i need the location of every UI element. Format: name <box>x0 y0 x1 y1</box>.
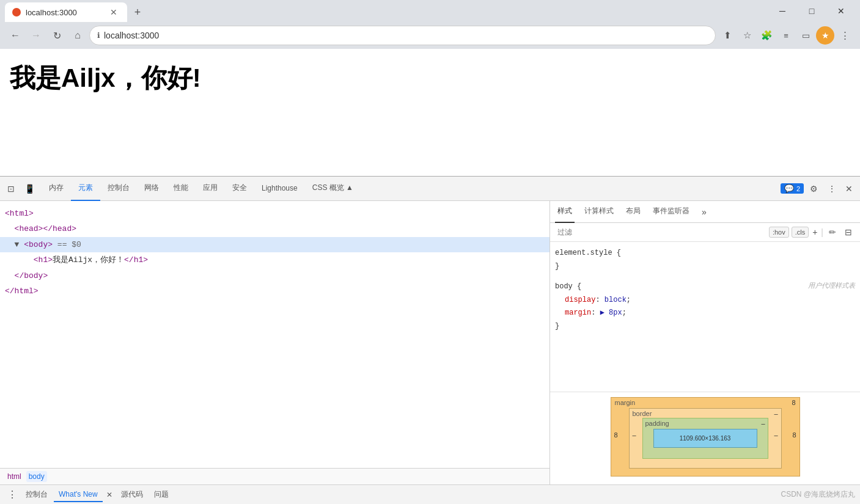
refresh-button[interactable]: ↻ <box>48 26 66 45</box>
breadcrumb-html[interactable]: html <box>5 471 24 482</box>
bottom-tab-whatsnew[interactable]: What's New <box>54 488 103 502</box>
style-selector-body: body { 用户代理样式表 <box>555 280 855 294</box>
filter-edit-icon[interactable]: ✏ <box>826 225 839 239</box>
devtools-body: <html> <head></head> ▼ <body> == $0 <h1>… <box>0 201 860 484</box>
box-content-val: 1109.600×136.163 <box>680 435 731 442</box>
active-tab[interactable]: localhost:3000 ✕ <box>5 2 127 22</box>
profile-icon[interactable]: ★ <box>816 26 834 45</box>
toolbar-icons: ⬆ ☆ 🧩 ≡ ▭ ★ ⋮ <box>718 26 854 45</box>
styles-tab-event[interactable]: 事件监听器 <box>650 201 692 223</box>
devtools-tab-icon-inspect[interactable]: ⊡ <box>2 180 20 197</box>
tab-title: localhost:3000 <box>26 8 103 17</box>
box-margin-label: margin <box>615 399 636 406</box>
tab-elements[interactable]: 元素 <box>71 177 100 201</box>
sidebar-icon[interactable]: ▭ <box>796 26 815 45</box>
styles-tab-more[interactable]: » <box>702 207 707 217</box>
box-border-label: border <box>633 410 652 417</box>
dom-line-head: <head></head> <box>0 221 549 236</box>
address-text: localhost:3000 <box>104 31 708 40</box>
box-border-val: – <box>774 410 777 417</box>
devtools-tab-bar: ⊡ 📱 内存 元素 控制台 网络 性能 应用 安全 Lighthouse CSS… <box>0 177 860 201</box>
prop-value-margin: ▶ 8px <box>600 309 622 317</box>
devtools-tab-icon-device[interactable]: 📱 <box>21 180 38 197</box>
tab-console[interactable]: 控制台 <box>100 177 137 201</box>
style-close-element: } <box>555 260 855 274</box>
devtools-bottom-bar: ⋮ 控制台 What's New ✕ 源代码 问题 CSDN @海底烧烤店丸 <box>0 484 860 504</box>
tab-network[interactable]: 网络 <box>137 177 166 201</box>
box-left-border: – <box>633 431 636 439</box>
tab-performance[interactable]: 性能 <box>166 177 196 201</box>
new-tab-button[interactable]: + <box>127 2 148 22</box>
devtools-close-icon[interactable]: ✕ <box>840 180 858 197</box>
page-content: 我是Ailjx，你好! <box>0 49 860 176</box>
style-selector-element: element.style { <box>555 247 855 260</box>
close-button[interactable]: ✕ <box>827 1 855 21</box>
lock-icon: ℹ <box>97 31 100 40</box>
bottom-tab-issues[interactable]: 问题 <box>149 487 174 502</box>
bottom-tab-console[interactable]: 控制台 <box>21 487 53 502</box>
prop-name-margin: margin <box>565 309 591 317</box>
address-bar[interactable]: ℹ localhost:3000 <box>89 26 716 45</box>
bottom-brand-text: CSDN @海底烧烤店丸 <box>781 489 855 500</box>
box-right-margin: 8 <box>792 431 796 439</box>
dom-line-body[interactable]: ▼ <body> == $0 <box>0 237 549 252</box>
devtools-settings-icon[interactable]: ⚙ <box>805 180 822 197</box>
box-padding-label: padding <box>645 420 669 427</box>
style-prop-display: display: block; <box>555 294 855 307</box>
styles-tab-layout[interactable]: 布局 <box>623 201 643 223</box>
tab-css-overview[interactable]: CSS 概览 ▲ <box>305 177 361 201</box>
window-controls: ─ □ ✕ <box>768 1 855 21</box>
tab-application[interactable]: 应用 <box>196 177 225 201</box>
filter-cls-btn[interactable]: .cls <box>792 227 809 238</box>
tab-close-icon[interactable]: ✕ <box>108 6 120 18</box>
home-button[interactable]: ⌂ <box>68 26 87 45</box>
box-left-margin: 8 <box>614 431 618 439</box>
dom-line-html-close: </html> <box>0 283 549 299</box>
dom-panel: <html> <head></head> ▼ <body> == $0 <h1>… <box>0 201 550 484</box>
tab-lighthouse[interactable]: Lighthouse <box>254 177 305 201</box>
extension-icon[interactable]: 🧩 <box>757 26 776 45</box>
tab-bar: localhost:3000 ✕ + <box>5 0 768 22</box>
share-icon[interactable]: ⬆ <box>718 26 737 45</box>
dom-line-body-close: </body> <box>0 268 549 283</box>
menu-icon[interactable]: ⋮ <box>836 26 854 45</box>
styles-content: element.style { } body { 用户代理样式表 display… <box>550 242 860 392</box>
filter-hov-btn[interactable]: :hov <box>769 227 789 238</box>
style-block-element: element.style { } <box>555 247 855 273</box>
bottom-tab-source[interactable]: 源代码 <box>116 487 148 502</box>
box-padding-val: – <box>761 420 765 427</box>
filter-layout-icon[interactable]: ⊟ <box>842 225 855 239</box>
dom-breadcrumb: html body <box>0 468 549 484</box>
bookmark-icon[interactable]: ☆ <box>738 26 756 45</box>
readinglist-icon[interactable]: ≡ <box>777 26 795 45</box>
bottom-more-icon[interactable]: ⋮ <box>5 489 20 500</box>
box-margin-val: 8 <box>792 399 795 406</box>
devtools-badge[interactable]: 💬 2 <box>781 183 804 194</box>
bottom-tab-whatsnew-close[interactable]: ✕ <box>104 489 115 500</box>
box-right-border: – <box>774 431 777 439</box>
devtools-more-icon[interactable]: ⋮ <box>823 180 840 197</box>
back-button[interactable]: ← <box>6 26 24 45</box>
styles-tab-computed[interactable]: 计算样式 <box>582 201 616 223</box>
box-model-diagram: margin 8 border – padding – <box>611 397 800 480</box>
box-content-layer: 1109.600×136.163 <box>653 429 757 448</box>
devtools-panel: ⊡ 📱 内存 元素 控制台 网络 性能 应用 安全 Lighthouse CSS… <box>0 176 860 504</box>
dom-content: <html> <head></head> ▼ <body> == $0 <h1>… <box>0 201 549 468</box>
maximize-button[interactable]: □ <box>798 1 826 21</box>
tab-security[interactable]: 安全 <box>225 177 254 201</box>
styles-filter-input[interactable] <box>555 227 766 238</box>
styles-tab-styles[interactable]: 样式 <box>555 201 575 223</box>
box-model-section: margin 8 border – padding – <box>550 392 860 484</box>
style-prop-margin: margin: ▶ 8px; <box>555 307 855 320</box>
forward-button[interactable]: → <box>27 26 45 45</box>
style-block-body: body { 用户代理样式表 display: block; margin: ▶… <box>555 280 855 333</box>
filter-add-btn[interactable]: + <box>811 227 818 237</box>
title-bar: localhost:3000 ✕ + ─ □ ✕ <box>0 0 860 22</box>
styles-filter-row: :hov .cls + | ✏ ⊟ <box>550 223 860 242</box>
dom-line-html: <html> <box>0 206 549 221</box>
breadcrumb-body[interactable]: body <box>26 471 47 482</box>
tab-memory[interactable]: 内存 <box>42 177 71 201</box>
prop-name-display: display <box>565 296 595 304</box>
minimize-button[interactable]: ─ <box>768 1 796 21</box>
prop-value-display: block <box>605 296 627 304</box>
